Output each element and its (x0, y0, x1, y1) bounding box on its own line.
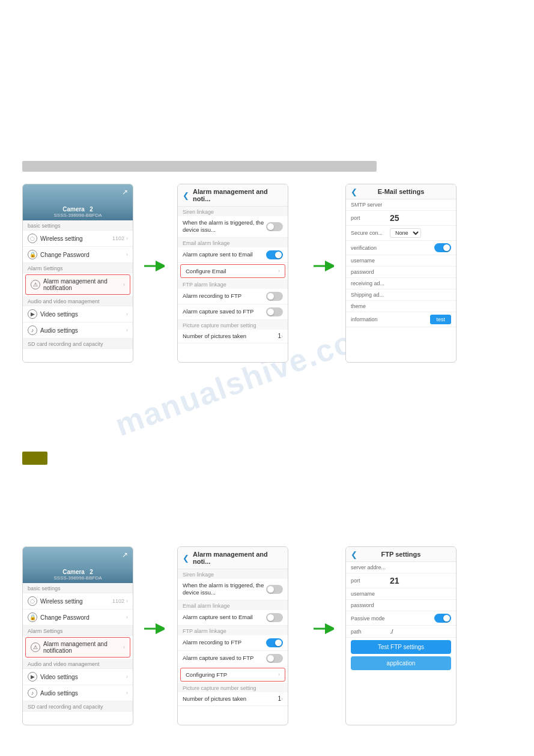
ftp-capture-row-bot: Alarm capture saved to FTP (178, 651, 288, 667)
audio-icon-bot: ♪ (28, 688, 37, 698)
sd-label-bot: SD card recording and capacity (23, 701, 133, 712)
siren-toggle-bot[interactable] (266, 585, 283, 594)
audio-settings-chevron-top: › (126, 327, 128, 333)
ftp-path-value: ./ (390, 628, 451, 635)
change-password-chevron-bot: › (126, 614, 128, 620)
change-password-row-top[interactable]: 🔒 Change Password › (23, 247, 133, 263)
theme-row: theme (346, 301, 456, 312)
picture-count-chevron-bot: › (281, 696, 283, 702)
share-icon-bot[interactable]: ↗ (122, 551, 128, 559)
configure-email-row-top[interactable]: Configure Email › (180, 264, 285, 278)
siren-row-label-top: When the alarm is triggered, the device … (183, 219, 266, 234)
ftp-recording-label-top: Alarm recording to FTP (183, 292, 266, 300)
email-capture-label-bot: Alarm capture sent to Email (183, 614, 266, 621)
test-button[interactable]: test (430, 315, 451, 324)
change-password-label-bot: Change Password (40, 614, 126, 621)
video-settings-row-top[interactable]: ▶ Video settings › (23, 306, 133, 322)
verification-toggle[interactable] (434, 243, 451, 252)
video-settings-row-bot[interactable]: ▶ Video settings › (23, 669, 133, 685)
siren-toggle-top[interactable] (266, 222, 283, 231)
alarm-title-top: Alarm management and noti... (193, 188, 283, 202)
wireless-badge-top: 1102 (112, 235, 124, 241)
ftp-settings-panel: ❮ FTP settings server addre... port 21 u… (345, 546, 457, 725)
ftp-password-label: password (351, 602, 390, 608)
settings-panel-top: ↗ Camera 2 SSSS-398998-BBFDA basic setti… (22, 184, 133, 363)
change-password-row-bot[interactable]: 🔒 Change Password › (23, 609, 133, 626)
audio-icon-top: ♪ (28, 325, 37, 335)
apply-ftp-button[interactable]: application (351, 656, 451, 670)
alarm-management-row-top[interactable]: ⚠ Alarm management and notification › (25, 274, 130, 295)
ftp-alarm-label-bot: FTP alarm linkage (178, 626, 288, 635)
audio-settings-row-bot[interactable]: ♪ Audio settings › (23, 685, 133, 701)
alarm-management-row-bot[interactable]: ⚠ Alarm management and notification › (25, 637, 130, 658)
port-label: port (351, 215, 390, 221)
audio-settings-label-top: Audio settings (40, 327, 126, 334)
siren-label-top: Siren linkage (178, 207, 288, 216)
shipping-label: Shipping ad... (351, 292, 390, 298)
ftp-recording-toggle-bot[interactable] (266, 638, 283, 647)
ftp-server-row: server addre... (346, 562, 456, 573)
wireless-badge-bot: 1102 (112, 598, 124, 604)
ftp-passive-toggle[interactable] (434, 614, 451, 623)
ftp-capture-label-bot: Alarm capture saved to FTP (183, 655, 266, 662)
secure-label: Secure con... (351, 230, 390, 236)
wireless-setting-row-bot[interactable]: ◌ Wireless setting 1102 › (23, 593, 133, 609)
bell-icon-bot: ⚠ (31, 643, 40, 652)
configure-ftp-chevron-bot: › (278, 671, 280, 677)
test-ftp-button[interactable]: Test FTP settings (351, 640, 451, 654)
picture-count-label-top: Number of pictures taken (183, 333, 278, 340)
ftp-back-arrow[interactable]: ❮ (351, 550, 357, 559)
wifi-icon-top: ◌ (28, 234, 37, 243)
verification-row: verification (346, 241, 456, 255)
siren-row-label-bot: When the alarm is triggered, the device … (183, 582, 266, 597)
email-header: ❮ E-Mail settings (346, 184, 456, 199)
email-capture-toggle-top[interactable] (266, 250, 283, 259)
alarm-mgmt-chevron-bot: › (123, 644, 125, 650)
share-icon[interactable]: ↗ (122, 188, 128, 196)
ftp-recording-toggle-top[interactable] (266, 292, 283, 301)
siren-row-top: When the alarm is triggered, the device … (178, 216, 288, 238)
av-label-top: Audio and video management (23, 296, 133, 306)
ftp-password-row: password (346, 600, 456, 611)
configure-ftp-row-bot[interactable]: Configuring FTP › (180, 668, 285, 682)
olive-block (22, 452, 47, 465)
ftp-capture-toggle-top[interactable] (266, 307, 283, 316)
secure-select[interactable]: None SSL TLS (390, 228, 421, 238)
picture-count-chevron-top: › (281, 333, 283, 339)
email-back-arrow[interactable]: ❮ (351, 187, 357, 196)
alarm-mgmt-chevron-top: › (123, 282, 125, 288)
ftp-recording-label-bot: Alarm recording to FTP (183, 639, 266, 646)
configure-ftp-label-bot: Configuring FTP (186, 671, 278, 678)
ftp-passive-label: Passive mode (351, 615, 390, 621)
email-alarm-label-top: Email alarm linkage (178, 238, 288, 247)
audio-settings-row-top[interactable]: ♪ Audio settings › (23, 322, 133, 339)
alarm-back-arrow-top[interactable]: ❮ (183, 191, 189, 200)
arrow-top-2 (312, 259, 334, 273)
secure-row: Secure con... None SSL TLS (346, 226, 456, 241)
picture-count-row-top: Number of pictures taken 1 › (178, 330, 288, 343)
arrow-top-1 (143, 259, 165, 273)
ftp-port-label: port (351, 578, 390, 584)
sd-label-top: SD card recording and capacity (23, 339, 133, 349)
ftp-port-value: 21 (390, 576, 399, 585)
receiving-label: receiving ad... (351, 280, 390, 286)
camera-id-top: SSSS-398998-BBFDA (53, 213, 102, 218)
alarm-header-bot: ❮ Alarm management and noti... (178, 547, 288, 569)
email-capture-row-top: Alarm capture sent to Email (178, 247, 288, 263)
email-capture-row-bot: Alarm capture sent to Email (178, 610, 288, 626)
email-capture-toggle-bot[interactable] (266, 613, 283, 622)
smtp-server-label: SMTP server (351, 202, 390, 208)
arrow-bot-2 (312, 622, 334, 635)
picture-count-row-bot: Number of pictures taken 1 › (178, 692, 288, 706)
picture-count-label-bot: Number of pictures taken (183, 695, 278, 703)
theme-label: theme (351, 303, 390, 309)
alarm-back-arrow-bot[interactable]: ❮ (183, 554, 189, 563)
ftp-capture-row-top: Alarm capture saved to FTP (178, 304, 288, 320)
wireless-label-bot: Wireless setting (40, 598, 112, 605)
audio-settings-chevron-bot: › (126, 690, 128, 696)
video-icon-bot: ▶ (28, 672, 37, 682)
wireless-setting-row-top[interactable]: ◌ Wireless setting 1102 › (23, 231, 133, 247)
email-alarm-label-bot: Email alarm linkage (178, 600, 288, 610)
ftp-capture-toggle-bot[interactable] (266, 654, 283, 663)
alarm-settings-label-bot: Alarm Settings (23, 626, 133, 636)
